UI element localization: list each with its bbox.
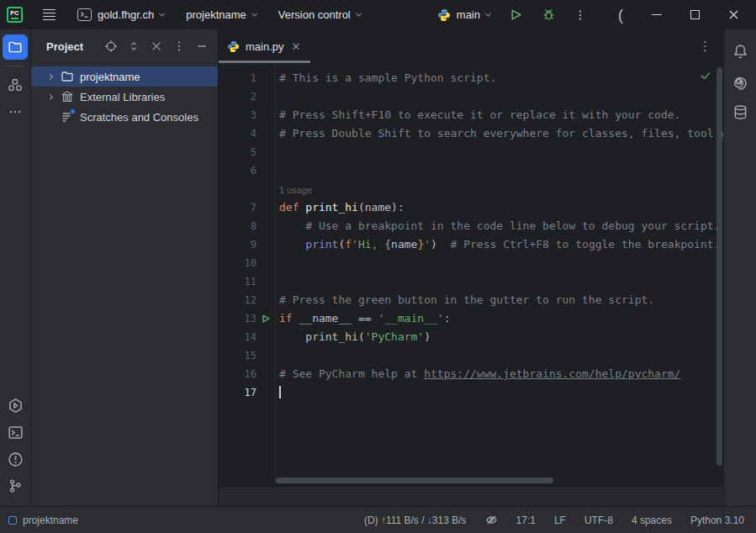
highlighting-level-button[interactable] (485, 514, 498, 526)
caret-position-widget[interactable]: 17:1 (516, 515, 536, 526)
crescent-icon[interactable]: ( (610, 6, 632, 24)
code-line[interactable]: # Press Shift+F10 to execute it or repla… (279, 106, 723, 124)
code-line[interactable]: # Press the green button in the gutter t… (279, 291, 723, 309)
ai-assistant-button[interactable] (727, 69, 753, 94)
tab-main-py[interactable]: main.py ✕ (219, 29, 310, 63)
expand-chevron-icon[interactable] (43, 95, 56, 99)
close-button[interactable] (720, 6, 748, 24)
main-menu-button[interactable] (36, 5, 62, 25)
structure-icon (8, 77, 23, 92)
tool-problems-button[interactable] (3, 446, 28, 472)
expand-collapse-button[interactable] (126, 39, 141, 54)
hide-panel-button[interactable] (194, 39, 209, 54)
vertical-scrollbar[interactable] (716, 67, 722, 466)
tab-label: main.py (246, 40, 284, 53)
code-line[interactable]: # See PyCharm help at https://www.jetbra… (279, 365, 723, 383)
services-icon (8, 398, 24, 414)
line-number: 4 (225, 128, 256, 140)
code-line[interactable] (279, 143, 723, 161)
statusbar-project-widget[interactable]: projektname (8, 515, 78, 526)
right-tool-stripe (723, 29, 756, 506)
project-panel-title: Project (46, 40, 83, 53)
interpreter-widget[interactable]: Python 3.10 (690, 515, 744, 526)
code-line[interactable]: def print_hi(name): (279, 198, 723, 217)
debug-button[interactable] (535, 3, 563, 26)
vcs-selector[interactable]: Version control (272, 4, 367, 25)
more-actions-button[interactable] (568, 5, 593, 25)
line-number: 8 (225, 220, 256, 232)
minimize-button[interactable] (643, 11, 670, 19)
tool-services-button[interactable] (3, 393, 28, 418)
code-line[interactable]: # Press Double Shift to search everywher… (279, 124, 723, 143)
editor-tabbar: main.py ✕ ⋮ (219, 29, 723, 63)
code-line[interactable]: # This is a sample Python script. (279, 69, 723, 87)
collapse-all-button[interactable] (149, 39, 164, 54)
tab-close-icon[interactable]: ✕ (290, 40, 301, 53)
editor-options-button[interactable]: ⋮ (687, 29, 723, 63)
run-button[interactable] (502, 3, 530, 26)
tree-item-external-libraries[interactable]: External Libraries (31, 87, 218, 107)
locate-file-button[interactable] (103, 39, 119, 54)
tree-item-scratches[interactable]: Scratches and Consoles (31, 107, 218, 127)
statusbar-project-label: projektname (23, 515, 78, 526)
usage-inlay-hint[interactable]: 1 usage (279, 180, 723, 198)
tool-version-control-button[interactable] (3, 473, 28, 499)
project-panel-header: Project (31, 29, 218, 63)
gutter-run-icon[interactable] (256, 312, 275, 325)
run-configuration-selector[interactable]: main (431, 4, 497, 26)
panel-options-button[interactable] (172, 39, 187, 54)
database-button[interactable] (727, 99, 753, 124)
pycharm-logo: PC (7, 7, 23, 23)
tree-item-label: projektname (78, 71, 140, 83)
tool-terminal-button[interactable] (3, 420, 28, 445)
tree-item-projektname[interactable]: projektname (31, 66, 218, 87)
expand-chevron-icon[interactable] (43, 75, 56, 79)
code-line[interactable]: if __name__ == '__main__': (279, 309, 723, 328)
problems-icon (8, 451, 24, 467)
code-line[interactable] (279, 87, 723, 106)
hide-icon (196, 40, 208, 52)
bell-icon (732, 44, 748, 60)
tool-project-button[interactable] (3, 34, 28, 60)
more-tool-windows-button[interactable] (3, 99, 28, 124)
remote-host-label: gold.fhgr.ch (98, 8, 154, 21)
tool-structure-button[interactable] (3, 72, 28, 98)
editor[interactable]: 1234567891011121314151617 # This is a sa… (219, 63, 723, 486)
code-line[interactable] (279, 272, 723, 291)
chevron-down-icon (159, 11, 165, 17)
line-number: 17 (225, 387, 256, 398)
python-logo-icon (437, 8, 451, 22)
notifications-button[interactable] (727, 39, 753, 64)
code-line[interactable] (279, 254, 723, 272)
code-line[interactable]: # Use a breakpoint in the code line belo… (279, 217, 723, 235)
project-selector[interactable]: projektname (179, 4, 263, 25)
bug-icon (542, 8, 556, 22)
indent-widget[interactable]: 4 spaces (632, 515, 672, 526)
remote-terminal-icon (77, 8, 92, 21)
line-number: 6 (225, 165, 256, 177)
statusbar-widgets: (D) ↑111 B/s / ↓313 B/s 17:1 LF UTF-8 4 … (364, 514, 744, 526)
project-tree: projektname External Libraries Scratche (31, 63, 218, 127)
folder-icon (60, 70, 75, 83)
tree-item-label: Scratches and Consoles (78, 111, 198, 124)
line-separator-widget[interactable]: LF (554, 515, 566, 526)
collapse-all-icon (151, 40, 162, 52)
maximize-button[interactable] (682, 7, 708, 23)
code-line[interactable]: print(f'Hi, {name}') # Press Ctrl+F8 to … (279, 235, 723, 254)
editor-area: main.py ✕ ⋮ 1234567891011121314151617 # … (219, 29, 723, 506)
editor-code[interactable]: # This is a sample Python script.# Press… (276, 63, 723, 486)
code-line[interactable] (279, 161, 723, 180)
code-line[interactable] (279, 346, 723, 365)
network-traffic-widget[interactable]: (D) ↑111 B/s / ↓313 B/s (364, 515, 467, 526)
scratches-icon (60, 110, 75, 124)
line-number: 9 (225, 239, 256, 251)
line-number: 3 (225, 109, 256, 121)
code-line[interactable] (279, 383, 723, 402)
window-controls: ( (610, 6, 748, 24)
inspections-ok-icon[interactable] (700, 70, 711, 82)
code-line[interactable]: print_hi('PyCharm') (279, 328, 723, 346)
encoding-widget[interactable]: UTF-8 (584, 515, 613, 526)
remote-host-selector[interactable]: gold.fhgr.ch (71, 4, 171, 25)
horizontal-scrollbar[interactable] (276, 478, 553, 483)
git-branch-icon (8, 478, 23, 493)
